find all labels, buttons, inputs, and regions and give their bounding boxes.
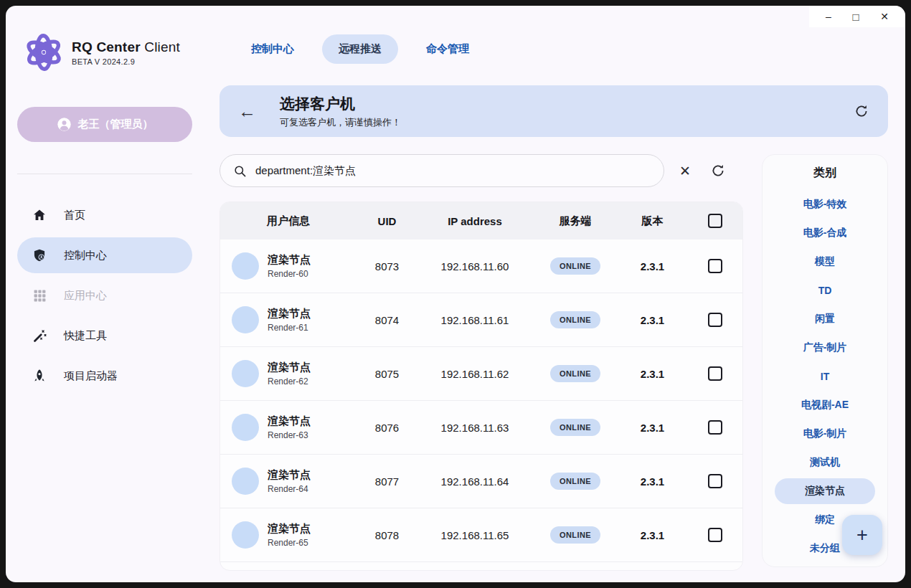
app-version: BETA V 2024.2.9 [72, 57, 180, 66]
clear-search-button[interactable]: ✕ [679, 163, 691, 179]
category-item[interactable]: 电影-制片 [763, 419, 887, 448]
maximize-button[interactable]: □ [852, 11, 859, 22]
refresh-icon [854, 103, 869, 119]
column-header-ip: IP address [417, 215, 532, 227]
client-version: 2.3.1 [618, 475, 686, 488]
back-button[interactable]: ← [238, 103, 256, 120]
sidebar-nav: 首页 控制中心 [6, 197, 204, 394]
category-item[interactable]: 测试机 [763, 448, 887, 477]
client-hostname: Render-65 [268, 538, 357, 548]
sidebar-item-label: 应用中心 [64, 289, 107, 303]
row-checkbox[interactable] [708, 313, 722, 327]
row-checkbox[interactable] [708, 259, 722, 273]
category-item[interactable]: 模型 [763, 247, 887, 276]
search-icon [233, 164, 247, 178]
row-checkbox[interactable] [708, 420, 722, 435]
category-item[interactable]: 电视剧-AE [763, 391, 887, 419]
search-row: department:渲染节点 ✕ [220, 154, 743, 187]
client-version: 2.3.1 [618, 368, 686, 380]
category-item[interactable]: 电影-特效 [763, 190, 887, 219]
window-controls: – □ ✕ [809, 6, 905, 27]
shield-icon [32, 247, 47, 263]
status-badge: ONLINE [550, 473, 600, 490]
sidebar-item-quick-tools[interactable]: 快捷工具 [17, 318, 192, 354]
column-header-version: 版本 [618, 214, 686, 228]
client-hostname: Render-62 [268, 376, 357, 387]
client-name: 渲染节点 [268, 361, 357, 374]
row-checkbox[interactable] [708, 474, 722, 488]
left-sidebar: RQ Center Client BETA V 2024.2.9 老王（管理员）… [6, 6, 204, 582]
table-row[interactable]: 渲染节点 Render-63 8076 192.168.11.63 ONLINE… [220, 401, 742, 455]
category-item[interactable]: 电影-合成 [763, 219, 887, 247]
sidebar-item-home[interactable]: 首页 [17, 197, 192, 233]
client-version: 2.3.1 [618, 529, 686, 541]
client-uid: 8078 [357, 529, 417, 541]
app-logo: RQ Center Client BETA V 2024.2.9 [6, 30, 204, 75]
sidebar-item-label: 控制中心 [64, 249, 107, 262]
avatar [232, 414, 259, 441]
status-badge: ONLINE [550, 311, 600, 328]
sidebar-item-control-center[interactable]: 控制中心 [17, 237, 192, 273]
client-uid: 8076 [357, 422, 417, 434]
user-badge-label: 老王（管理员） [78, 118, 154, 131]
app-title-bold: RQ Center [72, 39, 141, 54]
select-all-checkbox[interactable] [708, 214, 722, 228]
client-uid: 8074 [357, 314, 417, 326]
tab-remote-push[interactable]: 远程推送 [322, 34, 398, 64]
column-header-user: 用户信息 [220, 214, 357, 228]
client-name: 渲染节点 [268, 307, 357, 321]
refresh-button[interactable] [854, 103, 869, 119]
category-item[interactable]: TD [763, 276, 887, 305]
main-body: department:渲染节点 ✕ 用户信息 UID IP addre [220, 154, 888, 571]
client-hostname: Render-64 [268, 484, 357, 494]
client-version: 2.3.1 [618, 314, 686, 326]
client-name: 渲染节点 [268, 253, 357, 267]
banner-text-block: 选择客户机 可复选客户机，请谨慎操作！ [280, 94, 401, 129]
row-checkbox[interactable] [708, 366, 722, 381]
search-input[interactable]: department:渲染节点 [220, 154, 664, 187]
page-header-banner: ← 选择客户机 可复选客户机，请谨慎操作！ [220, 85, 888, 137]
category-sidebar: 类别 电影-特效 电影-合成 模型 TD 闲置 广告-制片 IT 电视剧-AE … [762, 154, 888, 567]
client-ip: 192.168.11.60 [417, 260, 532, 272]
status-badge: ONLINE [550, 365, 600, 382]
client-name: 渲染节点 [268, 414, 357, 428]
client-ip: 192.168.11.64 [417, 475, 532, 488]
client-list-column: department:渲染节点 ✕ 用户信息 UID IP addre [220, 154, 743, 571]
column-header-uid: UID [357, 215, 417, 227]
sidebar-item-project-launcher[interactable]: 项目启动器 [17, 358, 192, 394]
search-refresh-button[interactable] [710, 163, 726, 179]
table-row[interactable]: 渲染节点 Render-62 8075 192.168.11.62 ONLINE… [220, 347, 742, 401]
client-table: 用户信息 UID IP address 服务端 版本 渲染节点 Render-6… [220, 201, 743, 571]
top-tabs: 控制中心 远程推送 命令管理 [235, 34, 888, 64]
avatar [232, 360, 259, 387]
avatar [232, 252, 259, 280]
table-header-row: 用户信息 UID IP address 服务端 版本 [220, 202, 742, 240]
user-badge[interactable]: 老王（管理员） [17, 107, 192, 142]
app-title-regular: Client [141, 39, 180, 54]
category-item[interactable]: 广告-制片 [763, 333, 887, 362]
tab-control-center[interactable]: 控制中心 [235, 34, 311, 64]
rocket-icon [32, 368, 47, 384]
category-item-selected[interactable]: 渲染节点 [775, 478, 875, 504]
refresh-icon [710, 163, 726, 179]
category-item[interactable]: IT [763, 362, 887, 391]
add-category-button[interactable]: + [842, 515, 882, 555]
search-value: department:渲染节点 [255, 164, 356, 178]
app-title-block: RQ Center Client BETA V 2024.2.9 [72, 39, 180, 66]
table-row[interactable]: 渲染节点 Render-65 8078 192.168.11.65 ONLINE… [220, 508, 742, 562]
table-row[interactable]: 渲染节点 Render-64 8077 192.168.11.64 ONLINE… [220, 455, 742, 508]
client-hostname: Render-60 [268, 269, 357, 279]
category-item[interactable]: 闲置 [763, 305, 887, 333]
client-hostname: Render-63 [268, 430, 357, 440]
table-row[interactable]: 渲染节点 Render-61 8074 192.168.11.61 ONLINE… [220, 293, 742, 347]
minimize-button[interactable]: – [826, 11, 831, 22]
row-checkbox[interactable] [708, 528, 722, 542]
client-ip: 192.168.11.62 [417, 368, 532, 380]
client-ip: 192.168.11.65 [417, 529, 532, 541]
table-row[interactable]: 渲染节点 Render-60 8073 192.168.11.60 ONLINE… [220, 240, 742, 293]
tab-command-management[interactable]: 命令管理 [410, 34, 486, 64]
client-uid: 8077 [357, 475, 417, 488]
status-badge: ONLINE [550, 257, 600, 275]
close-button[interactable]: ✕ [880, 11, 889, 22]
sidebar-item-app-center[interactable]: 应用中心 [17, 278, 192, 313]
